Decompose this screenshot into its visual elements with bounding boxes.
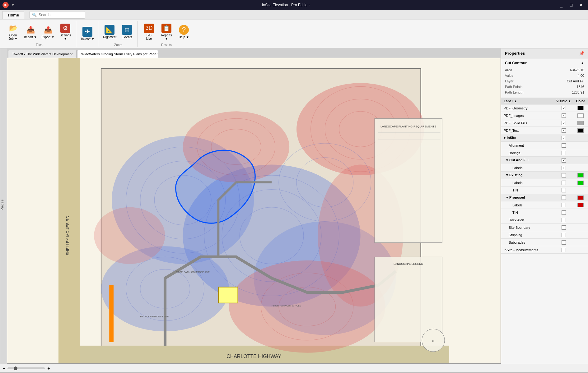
app-menu-arrow: ▼	[11, 3, 15, 7]
layer-visibility-checkbox[interactable]	[562, 188, 566, 192]
files-label: Files	[36, 43, 42, 47]
minimize-button[interactable]: ⎯	[557, 2, 566, 8]
layers-section: Label ▲ Visible ▲ Color PDF_GeometryPDF_…	[501, 98, 588, 364]
layers-col-visible-header[interactable]: Visible ▲	[554, 98, 573, 104]
layer-visibility-checkbox[interactable]	[562, 173, 566, 177]
zoom-slider[interactable]	[7, 367, 45, 369]
tab-takeoff-label: Takeoff - The WideWaters Development	[12, 52, 72, 56]
layer-color-swatch[interactable]	[577, 203, 584, 207]
map-container[interactable]: CHARLOTTE HIGHWAY SHELLEY MOUES RD	[7, 58, 501, 364]
properties-pin-icon[interactable]: 📌	[579, 51, 584, 56]
alignment-button[interactable]: 📐 Alignment	[101, 23, 118, 41]
expand-arrow-icon[interactable]: ▾	[506, 196, 508, 199]
3d-live-button[interactable]: 3D 3-DLive	[141, 23, 157, 41]
layer-visibility-checkbox[interactable]	[562, 128, 566, 133]
layer-visibility-checkbox[interactable]	[562, 225, 566, 230]
prop-label-path-points: Path Points	[505, 85, 533, 89]
pages-sidebar: Pages	[0, 48, 7, 364]
layer-item: Borings	[501, 149, 588, 157]
layer-item: Labels	[501, 179, 588, 186]
prop-label-path-length: Path Length	[505, 90, 533, 94]
road-left-label: SHELLEY MOUES RD	[66, 216, 70, 255]
help-button[interactable]: ? Help ▼	[176, 23, 192, 41]
layer-visibility-checkbox[interactable]	[562, 158, 566, 163]
close-button[interactable]: ✕	[577, 2, 586, 8]
document-tabs: Takeoff - The WideWaters Development Wid…	[7, 48, 501, 58]
layer-item: Stripping	[501, 231, 588, 239]
zoom-minus-icon[interactable]: −	[2, 366, 5, 371]
layer-color-swatch[interactable]	[577, 196, 584, 200]
ribbon-group-results: 3D 3-DLive 📋 Reports ▼ ? Help ▼ Results	[138, 21, 194, 47]
app-icon: IE ▼	[2, 2, 15, 8]
layer-visibility-checkbox[interactable]	[562, 151, 566, 155]
label-sort-icon: ▲	[514, 99, 517, 103]
prop-row-path-length: Path Length 1286.91	[505, 90, 584, 95]
cut-contour-header[interactable]: Cut Contour ▲	[505, 61, 584, 65]
layer-item: InSite - Measurements	[501, 246, 588, 254]
extents-button[interactable]: ⊞ Extents	[119, 23, 135, 41]
search-input[interactable]	[39, 13, 82, 17]
ribbon-group-zoom: 📐 Alignment ⊞ Extents Zoom	[99, 21, 138, 47]
prop-value-path-points: 1346	[533, 85, 584, 89]
legend-title: LANDSCAPE PLANTING REQUIREMENTS	[380, 125, 436, 128]
open-job-button[interactable]: 📂 OpenJob ▼	[5, 23, 21, 41]
import-button[interactable]: 📥 Import ▼	[22, 23, 39, 41]
layer-visibility-checkbox[interactable]	[562, 143, 566, 148]
expand-arrow-icon[interactable]: ▾	[504, 136, 506, 140]
takeoff-button[interactable]: ✈ Takeoff ▼	[79, 24, 96, 43]
layer-item: ▾Proposed	[501, 194, 588, 201]
properties-panel: Properties 📌 Cut Contour ▲ Area 63428.16…	[501, 48, 588, 364]
layer-visibility-checkbox[interactable]	[562, 166, 566, 170]
layer-color-swatch[interactable]	[577, 121, 584, 125]
svg-text:PROP. PARK COMMONS AVE.: PROP. PARK COMMONS AVE.	[176, 271, 210, 274]
prop-value-path-length: 1286.91	[533, 90, 584, 94]
layer-item: TIN	[501, 186, 588, 194]
layer-visibility-checkbox[interactable]	[562, 203, 566, 207]
layer-visibility-checkbox[interactable]	[562, 233, 566, 237]
bottom-bar: − +	[0, 364, 588, 372]
layer-visibility-checkbox[interactable]	[562, 106, 566, 110]
layer-visibility-checkbox[interactable]	[562, 196, 566, 200]
layer-visibility-checkbox[interactable]	[562, 218, 566, 222]
layers-col-label-header[interactable]: Label ▲	[501, 98, 554, 104]
layer-color-swatch[interactable]	[577, 173, 584, 177]
layer-color-swatch[interactable]	[577, 128, 584, 133]
layer-visibility-checkbox[interactable]	[562, 113, 566, 118]
ribbon-content: 📂 OpenJob ▼ 📥 Import ▼ 📤 Export ▼ ⚙ Sett…	[0, 20, 588, 48]
tab-pdf[interactable]: WideWaters Grading Storm Utility Plans.p…	[77, 50, 158, 58]
search-icon: 🔍	[32, 13, 37, 17]
prop-row-layer: Layer Cut And Fill	[505, 78, 584, 84]
prop-row-area: Area 63428.16	[505, 67, 584, 73]
layer-item: PDF_Text	[501, 127, 588, 134]
reports-button[interactable]: 📋 Reports ▼	[158, 23, 175, 41]
layer-item: ▾Existing	[501, 172, 588, 179]
search-box[interactable]: 🔍	[29, 11, 85, 19]
prop-value-layer: Cut And Fill	[533, 79, 584, 83]
expand-arrow-icon[interactable]: ▾	[506, 173, 508, 177]
layer-color-swatch[interactable]	[577, 113, 584, 118]
layer-visibility-checkbox[interactable]	[562, 121, 566, 125]
layer-color-swatch[interactable]	[577, 106, 584, 110]
tab-takeoff[interactable]: Takeoff - The WideWaters Development	[8, 50, 77, 58]
expand-arrow-icon[interactable]: ▾	[506, 158, 508, 162]
ribbon-group-files: 📂 OpenJob ▼ 📥 Import ▼ 📤 Export ▼ ⚙ Sett…	[2, 21, 76, 47]
pages-label: Pages	[0, 199, 4, 210]
cut-contour-title: Cut Contour	[505, 61, 527, 65]
maximize-button[interactable]: □	[567, 2, 576, 8]
app-logo: IE	[2, 2, 9, 8]
zoom-thumb[interactable]	[14, 366, 17, 370]
zoom-plus-icon[interactable]: +	[47, 366, 50, 371]
landscape-legend-title: LANDSCAPE LEGEND	[394, 262, 423, 265]
layer-visibility-checkbox[interactable]	[562, 136, 566, 140]
layer-visibility-checkbox[interactable]	[562, 248, 566, 252]
svg-text:PROP. COMMONS LANE: PROP. COMMONS LANE	[140, 315, 169, 318]
ribbon: Home 🔍 📂 OpenJob ▼ 📥 Import ▼ 📤 Export ▼	[0, 10, 588, 48]
layer-item: ▾InSite	[501, 134, 588, 142]
tab-home[interactable]: Home	[2, 11, 24, 19]
layer-visibility-checkbox[interactable]	[562, 181, 566, 185]
export-button[interactable]: 📤 Export ▼	[40, 23, 56, 41]
settings-button[interactable]: ⚙ Settings ▼	[57, 23, 73, 41]
layer-visibility-checkbox[interactable]	[562, 240, 566, 245]
layer-visibility-checkbox[interactable]	[562, 210, 566, 215]
layer-color-swatch[interactable]	[577, 181, 584, 185]
